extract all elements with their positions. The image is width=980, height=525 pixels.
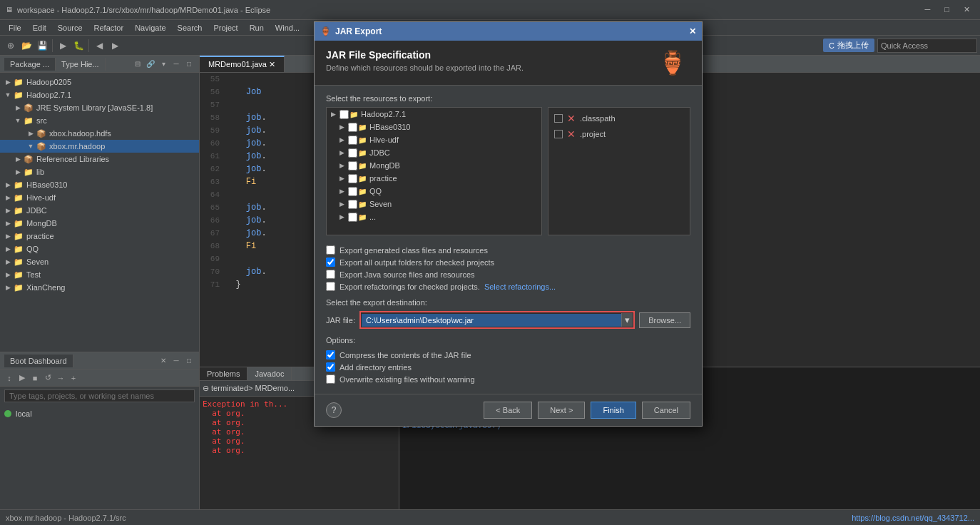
check-d-practice[interactable] xyxy=(348,174,357,183)
toolbar-forward[interactable]: ▶ xyxy=(107,38,123,53)
checkbox-project[interactable] xyxy=(554,130,563,138)
dialog-close-button[interactable]: ✕ xyxy=(689,26,696,36)
boot-maximize-button[interactable]: □ xyxy=(183,355,195,367)
boot-stop-button[interactable]: ■ xyxy=(29,372,41,384)
checkbox-directory[interactable] xyxy=(326,362,335,372)
checkbox-overwrite[interactable] xyxy=(326,374,335,384)
tree-item-seven[interactable]: ▶ 📁 Seven xyxy=(0,255,199,268)
dialog-tree-practice[interactable]: ▶ 📁 practice xyxy=(327,172,541,185)
check-item-project[interactable]: ✕ .project xyxy=(551,126,687,142)
checkbox-output-folders[interactable] xyxy=(326,258,335,267)
check-d-mongodb[interactable] xyxy=(348,161,357,170)
finish-button[interactable]: Finish xyxy=(591,402,636,419)
quick-access-box[interactable]: Quick Access xyxy=(877,39,977,53)
tab-type-hierarchy[interactable]: Type Hie... xyxy=(56,58,106,71)
check-item-classpath[interactable]: ✕ .classpath xyxy=(551,111,687,126)
menu-project[interactable]: Project xyxy=(208,22,243,34)
menu-window[interactable]: Wind... xyxy=(270,22,305,34)
tree-item-hadoop271[interactable]: ▼ 📁 Hadoop2.7.1 xyxy=(0,88,199,101)
tree-item-hadoop0205[interactable]: ▶ 📁 Hadoop0205 xyxy=(0,76,199,88)
check-d-qq[interactable] xyxy=(348,187,357,196)
boot-add-button[interactable]: + xyxy=(67,372,80,384)
menu-search[interactable]: Search xyxy=(172,22,208,34)
boot-search-input[interactable] xyxy=(4,389,195,402)
tree-item-lib[interactable]: ▶ 📁 lib xyxy=(0,165,199,178)
jar-file-input[interactable] xyxy=(362,314,621,327)
boot-open-button[interactable]: → xyxy=(54,372,67,384)
dialog-tree-seven[interactable]: ▶ 📁 Seven xyxy=(327,198,541,210)
menu-file[interactable]: File xyxy=(3,22,27,34)
tab-boot-dashboard[interactable]: Boot Dashboard xyxy=(4,355,73,367)
dialog-tree-more[interactable]: ▶ 📁 ... xyxy=(327,210,541,223)
tree-item-xiancheng[interactable]: ▶ 📁 XianCheng xyxy=(0,281,199,294)
boot-restart-button[interactable]: ↺ xyxy=(41,372,54,384)
tab-mrdemo01[interactable]: MRDemo01.java ✕ xyxy=(200,56,285,72)
restore-button[interactable]: □ xyxy=(940,4,954,16)
tree-item-xbox-mr[interactable]: ▼ 📦 xbox.mr.hadoop xyxy=(0,140,199,153)
checkbox-class-files[interactable] xyxy=(326,245,335,255)
tree-item-hbase[interactable]: ▶ 📁 HBase0310 xyxy=(0,178,199,191)
collapse-all-button[interactable]: ⊟ xyxy=(132,58,143,70)
toolbar-save[interactable]: 💾 xyxy=(34,38,50,53)
help-button[interactable]: ? xyxy=(326,402,342,418)
dialog-tree-mongodb[interactable]: ▶ 📁 MongDB xyxy=(327,159,541,172)
dialog-tree-hbase[interactable]: ▶ 📁 HBase0310 xyxy=(327,121,541,133)
tree-item-practice[interactable]: ▶ 📁 practice xyxy=(0,230,199,243)
check-d-hbase[interactable] xyxy=(348,123,357,132)
tree-item-ref-libs[interactable]: ▶ 📦 Referenced Libraries xyxy=(0,153,199,165)
boot-run-button[interactable]: ▶ xyxy=(16,372,29,384)
tree-item-hive[interactable]: ▶ 📁 Hive-udf xyxy=(0,191,199,204)
check-d-more[interactable] xyxy=(348,213,357,222)
tab-package-explorer[interactable]: Package ... xyxy=(4,58,56,71)
check-d-hadoop271[interactable] xyxy=(340,110,349,119)
boot-item-local[interactable]: local xyxy=(4,408,195,419)
checkbox-compress[interactable] xyxy=(326,350,335,360)
toolbar-new[interactable]: ⊕ xyxy=(3,38,19,53)
tree-item-mongodb[interactable]: ▶ 📁 MongDB xyxy=(0,217,199,230)
check-d-seven[interactable] xyxy=(348,200,357,209)
tab-javadoc[interactable]: Javadoc xyxy=(247,367,292,380)
jar-dropdown-button[interactable]: ▾ xyxy=(621,313,633,327)
link-editor-button[interactable]: 🔗 xyxy=(145,58,156,70)
next-button[interactable]: Next > xyxy=(538,402,585,419)
minimize-button[interactable]: ─ xyxy=(921,4,935,16)
boot-dashboard-header: Boot Dashboard ✕ ─ □ xyxy=(0,352,199,369)
dialog-tree-jdbc[interactable]: ▶ 📁 JDBC xyxy=(327,146,541,159)
menu-refactor[interactable]: Refactor xyxy=(88,22,130,34)
boot-minimize-button[interactable]: ─ xyxy=(170,355,182,367)
boot-close-button[interactable]: ✕ xyxy=(158,355,169,367)
tree-item-jre[interactable]: ▶ 📦 JRE System Library [JavaSE-1.8] xyxy=(0,101,199,114)
menu-source[interactable]: Source xyxy=(52,22,88,34)
panel-menu-button[interactable]: ▾ xyxy=(158,58,169,70)
check-d-jdbc[interactable] xyxy=(348,148,357,158)
dialog-tree-hadoop271[interactable]: ▶ 📁 Hadoop2.7.1 xyxy=(327,108,541,121)
cancel-button[interactable]: Cancel xyxy=(642,402,690,419)
tab-problems[interactable]: Problems xyxy=(200,367,247,380)
minimize-panel-button[interactable]: ─ xyxy=(170,58,182,70)
checkbox-classpath[interactable] xyxy=(554,114,563,123)
select-refactorings-link[interactable]: Select refactorings... xyxy=(484,282,556,291)
maximize-panel-button[interactable]: □ xyxy=(183,58,195,70)
close-button[interactable]: ✕ xyxy=(959,4,974,16)
menu-navigate[interactable]: Navigate xyxy=(129,22,171,34)
toolbar-back[interactable]: ◀ xyxy=(91,38,107,53)
tree-item-test[interactable]: ▶ 📁 Test xyxy=(0,268,199,281)
tree-item-jdbc[interactable]: ▶ 📁 JDBC xyxy=(0,204,199,217)
toolbar-debug[interactable]: 🐛 xyxy=(71,38,86,53)
arrow-test: ▶ xyxy=(3,271,13,278)
toolbar-run[interactable]: ▶ xyxy=(55,38,71,53)
toolbar-open[interactable]: 📂 xyxy=(19,38,34,53)
menu-run[interactable]: Run xyxy=(244,22,270,34)
dialog-tree-qq[interactable]: ▶ 📁 QQ xyxy=(327,185,541,198)
tree-item-xbox-hdfs[interactable]: ▶ 📦 xbox.hadoop.hdfs xyxy=(0,127,199,140)
dialog-tree-hive[interactable]: ▶ 📁 Hive-udf xyxy=(327,133,541,146)
tree-item-qq[interactable]: ▶ 📁 QQ xyxy=(0,243,199,255)
tree-item-src[interactable]: ▼ 📁 src xyxy=(0,114,199,127)
menu-edit[interactable]: Edit xyxy=(27,22,52,34)
boot-sort-button[interactable]: ↕ xyxy=(3,372,16,384)
back-button[interactable]: < Back xyxy=(484,402,532,419)
checkbox-java-source[interactable] xyxy=(326,270,335,279)
browse-button[interactable]: Browse... xyxy=(639,312,690,328)
checkbox-refactorings[interactable] xyxy=(326,282,335,291)
check-d-hive[interactable] xyxy=(348,136,357,145)
